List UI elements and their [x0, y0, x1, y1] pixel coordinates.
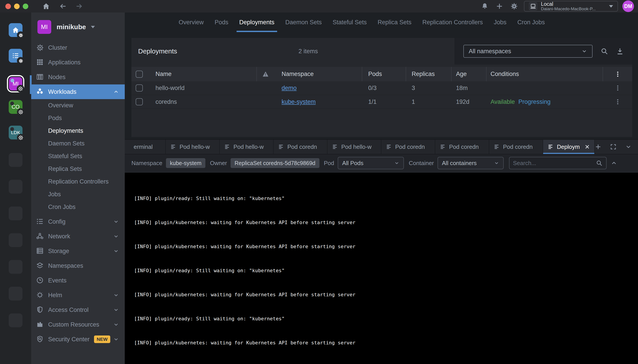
dock-tab-pod-logs[interactable]: Pod coredn — [435, 140, 489, 154]
settings-button[interactable] — [509, 1, 519, 11]
sidebar-item-pods[interactable]: Pods — [31, 112, 125, 124]
tab-replica-sets[interactable]: Replica Sets — [375, 12, 414, 32]
tab-deployments[interactable]: Deployments — [236, 12, 277, 32]
window-minimize-button[interactable] — [14, 4, 20, 9]
notifications-button[interactable] — [480, 1, 490, 11]
dock-tab-pod-logs[interactable]: Pod hello-w — [328, 140, 381, 154]
sidebar-item-overview[interactable]: Overview — [31, 99, 125, 112]
rail-cluster-ldk[interactable]: LDK — [9, 126, 22, 140]
column-warnings[interactable] — [257, 67, 274, 81]
column-replicas[interactable]: Replicas — [406, 67, 452, 81]
rail-cluster-minikube[interactable]: MI — [9, 77, 22, 90]
column-name[interactable]: Name — [147, 67, 257, 81]
dock-tab-pod-logs[interactable]: Pod coredn — [381, 140, 435, 154]
logs-search-input[interactable] — [513, 160, 596, 167]
nav-back-button[interactable] — [58, 1, 68, 11]
add-button[interactable] — [494, 1, 504, 11]
tab-stateful-sets[interactable]: Stateful Sets — [330, 12, 369, 32]
nav-forward-button[interactable] — [74, 1, 84, 11]
sidebar-item-events[interactable]: Events — [31, 273, 125, 288]
gear-icon[interactable] — [17, 32, 24, 39]
sidebar-item-replication-controllers[interactable]: Replication Controllers — [31, 175, 125, 188]
maximize-dock-button[interactable] — [610, 144, 616, 150]
sidebar-item-helm[interactable]: Helm — [31, 288, 125, 302]
active-cluster-indicator — [30, 75, 32, 94]
tab-pods[interactable]: Pods — [212, 12, 231, 32]
row-checkbox[interactable] — [136, 98, 143, 105]
dock-tab-terminal[interactable]: erminal — [125, 140, 166, 154]
column-namespace[interactable]: Namespace — [274, 67, 362, 81]
window-close-button[interactable] — [5, 4, 11, 9]
log-output[interactable]: [INFO] plugin/ready: Still waiting on: "… — [125, 173, 638, 364]
column-pods[interactable]: Pods — [362, 67, 406, 81]
column-conditions[interactable]: Conditions — [486, 67, 603, 81]
gear-icon[interactable] — [17, 57, 24, 64]
sidebar-item-network[interactable]: Network — [31, 229, 125, 244]
kebab-menu-icon[interactable] — [614, 71, 621, 78]
sidebar-item-label: Security Center — [48, 336, 90, 343]
tab-cron-jobs[interactable]: Cron Jobs — [515, 12, 548, 32]
home-button[interactable] — [41, 1, 51, 11]
sidebar-item-access-control[interactable]: Access Control — [31, 302, 125, 317]
namespace-link[interactable]: kube-system — [282, 98, 316, 105]
rail-placeholder — [9, 314, 22, 327]
sidebar-item-applications[interactable]: Applications — [31, 55, 125, 70]
dock-tab-pod-logs[interactable]: Pod hello-w — [220, 140, 274, 154]
sidebar-item-jobs[interactable]: Jobs — [31, 188, 125, 201]
rail-cluster-co[interactable]: CO — [9, 100, 22, 114]
row-checkbox[interactable] — [136, 84, 143, 92]
kebab-menu-icon[interactable] — [614, 85, 621, 91]
user-avatar[interactable]: DM — [622, 0, 634, 12]
sidebar-item-storage[interactable]: Storage — [31, 244, 125, 258]
download-button[interactable] — [616, 48, 624, 55]
close-icon[interactable] — [584, 144, 590, 150]
namespace-select[interactable]: All namespaces — [463, 45, 592, 58]
table-row[interactable]: hello-world demo 0/3 3 18m — [132, 81, 632, 95]
search-button[interactable] — [600, 48, 608, 55]
cell-namespace: demo — [274, 81, 362, 95]
rail-home-tile[interactable] — [9, 23, 22, 37]
dock-tab-pod-logs[interactable]: Pod coredn — [274, 140, 328, 154]
sidebar-item-cluster[interactable]: Cluster — [31, 40, 125, 55]
window-zoom-button[interactable] — [23, 4, 28, 9]
sidebar-item-label: Overview — [48, 102, 73, 109]
tab-label: Overview — [179, 19, 204, 26]
log-line: [INFO] plugin/ready: Still waiting on: "… — [134, 194, 638, 202]
column-label: Conditions — [490, 70, 519, 78]
sidebar-item-custom-resources[interactable]: Custom Resources — [31, 317, 125, 332]
dock-tab-deployment-logs[interactable]: Deploym — [543, 140, 595, 154]
pod-select[interactable]: All Pods — [338, 157, 404, 169]
sidebar-item-stateful-sets[interactable]: Stateful Sets — [31, 150, 125, 162]
sidebar-item-nodes[interactable]: Nodes — [31, 70, 125, 84]
sidebar-item-label: Applications — [48, 59, 81, 66]
cluster-switcher[interactable]: MI minikube — [31, 12, 125, 34]
sidebar-item-config[interactable]: Config — [31, 214, 125, 229]
sidebar-item-daemon-sets[interactable]: Daemon Sets — [31, 137, 125, 150]
sidebar-item-cron-jobs[interactable]: Cron Jobs — [31, 201, 125, 214]
rail-catalog-tile[interactable] — [9, 49, 22, 62]
sidebar-item-namespaces[interactable]: Namespaces — [31, 258, 125, 273]
logs-icon — [332, 144, 338, 150]
sidebar-item-security-center[interactable]: Security Center NEW — [31, 332, 125, 346]
tab-overview[interactable]: Overview — [176, 12, 206, 32]
container-select[interactable]: All containers — [438, 157, 504, 169]
kebab-menu-icon[interactable] — [614, 98, 621, 105]
warning-icon — [262, 70, 269, 78]
new-tab-button[interactable] — [595, 144, 602, 150]
sidebar-item-replica-sets[interactable]: Replica Sets — [31, 162, 125, 175]
select-all-checkbox[interactable] — [136, 70, 143, 78]
sidebar-item-workloads[interactable]: Workloads — [31, 84, 125, 99]
dock-tab-pod-logs[interactable]: Pod coredn — [489, 140, 543, 154]
namespace-link[interactable]: demo — [282, 85, 297, 92]
collapse-filter-button[interactable] — [610, 160, 617, 166]
cluster-avatar: MI — [38, 20, 51, 34]
tab-jobs[interactable]: Jobs — [491, 12, 509, 32]
sidebar-item-deployments[interactable]: Deployments — [31, 124, 125, 137]
tab-daemon-sets[interactable]: Daemon Sets — [283, 12, 324, 32]
dock-tab-pod-logs[interactable]: Pod hello-w — [166, 140, 220, 154]
catalog-entity-switcher[interactable]: Local Daiani-Macedo-MacBook-P... — [524, 1, 618, 12]
tab-replication-controllers[interactable]: Replication Controllers — [420, 12, 486, 32]
minimize-dock-button[interactable] — [625, 144, 632, 150]
table-row[interactable]: coredns kube-system 1/1 1 192d Available… — [132, 95, 632, 109]
column-age[interactable]: Age — [452, 67, 486, 81]
